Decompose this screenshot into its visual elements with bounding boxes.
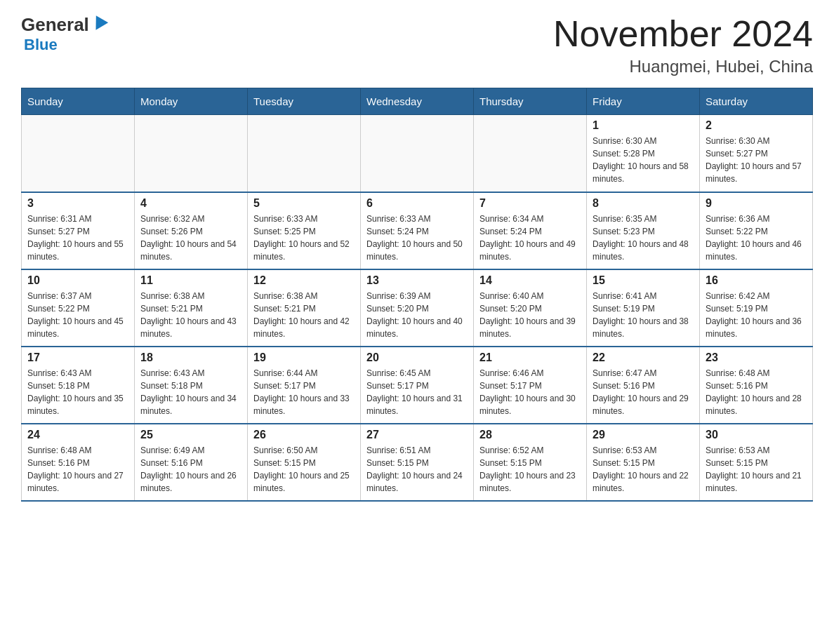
day-number: 24 [27,429,128,441]
calendar-cell: 30 Sunrise: 6:53 AMSunset: 5:15 PMDaylig… [700,424,813,501]
calendar-cell: 16 Sunrise: 6:42 AMSunset: 5:19 PMDaylig… [700,269,813,347]
calendar-cell [361,115,474,192]
header-day-friday: Friday [587,88,700,115]
calendar-cell [22,115,135,192]
logo-text: General [21,14,106,36]
calendar-cell: 19 Sunrise: 6:44 AMSunset: 5:17 PMDaylig… [248,347,361,424]
logo: General Blue [21,14,106,54]
day-number: 21 [479,351,581,364]
header-day-tuesday: Tuesday [248,88,361,115]
day-info: Sunrise: 6:50 AMSunset: 5:15 PMDaylight:… [253,444,355,495]
calendar-cell: 11 Sunrise: 6:38 AMSunset: 5:21 PMDaylig… [135,269,248,347]
calendar-cell: 18 Sunrise: 6:43 AMSunset: 5:18 PMDaylig… [135,347,248,424]
week-row-5: 24 Sunrise: 6:48 AMSunset: 5:16 PMDaylig… [22,424,813,501]
week-row-1: 1 Sunrise: 6:30 AMSunset: 5:28 PMDayligh… [22,115,813,192]
day-info: Sunrise: 6:40 AMSunset: 5:20 PMDaylight:… [479,290,581,340]
week-row-3: 10 Sunrise: 6:37 AMSunset: 5:22 PMDaylig… [22,269,813,347]
calendar-cell: 3 Sunrise: 6:31 AMSunset: 5:27 PMDayligh… [22,192,135,269]
day-number: 5 [253,197,355,210]
day-info: Sunrise: 6:41 AMSunset: 5:19 PMDaylight:… [593,290,694,340]
calendar-cell: 23 Sunrise: 6:48 AMSunset: 5:16 PMDaylig… [700,347,813,424]
calendar-cell: 5 Sunrise: 6:33 AMSunset: 5:25 PMDayligh… [248,192,361,269]
calendar-cell: 21 Sunrise: 6:46 AMSunset: 5:17 PMDaylig… [474,347,587,424]
day-number: 23 [706,351,807,364]
calendar-cell: 13 Sunrise: 6:39 AMSunset: 5:20 PMDaylig… [361,269,474,347]
day-info: Sunrise: 6:53 AMSunset: 5:15 PMDaylight:… [593,444,694,495]
day-number: 16 [706,274,807,287]
calendar-cell: 12 Sunrise: 6:38 AMSunset: 5:21 PMDaylig… [248,269,361,347]
calendar-cell: 7 Sunrise: 6:34 AMSunset: 5:24 PMDayligh… [474,192,587,269]
calendar-cell: 4 Sunrise: 6:32 AMSunset: 5:26 PMDayligh… [135,192,248,269]
day-info: Sunrise: 6:46 AMSunset: 5:17 PMDaylight:… [479,367,581,417]
day-number: 20 [366,351,468,364]
day-number: 30 [706,429,807,441]
day-info: Sunrise: 6:32 AMSunset: 5:26 PMDaylight:… [140,213,241,263]
calendar-cell: 6 Sunrise: 6:33 AMSunset: 5:24 PMDayligh… [361,192,474,269]
header-day-monday: Monday [135,88,248,115]
day-info: Sunrise: 6:48 AMSunset: 5:16 PMDaylight:… [706,367,807,417]
calendar-cell: 8 Sunrise: 6:35 AMSunset: 5:23 PMDayligh… [587,192,700,269]
day-info: Sunrise: 6:52 AMSunset: 5:15 PMDaylight:… [479,444,581,495]
logo-triangle-icon [90,15,108,34]
day-info: Sunrise: 6:35 AMSunset: 5:23 PMDaylight:… [593,213,694,263]
day-number: 4 [140,197,241,210]
calendar-cell: 24 Sunrise: 6:48 AMSunset: 5:16 PMDaylig… [22,424,135,501]
calendar-cell: 22 Sunrise: 6:47 AMSunset: 5:16 PMDaylig… [587,347,700,424]
week-row-4: 17 Sunrise: 6:43 AMSunset: 5:18 PMDaylig… [22,347,813,424]
week-row-2: 3 Sunrise: 6:31 AMSunset: 5:27 PMDayligh… [22,192,813,269]
day-info: Sunrise: 6:33 AMSunset: 5:24 PMDaylight:… [366,213,468,263]
day-info: Sunrise: 6:43 AMSunset: 5:18 PMDaylight:… [140,367,241,417]
day-number: 28 [479,429,581,441]
header-day-saturday: Saturday [700,88,813,115]
day-info: Sunrise: 6:39 AMSunset: 5:20 PMDaylight:… [366,290,468,340]
day-info: Sunrise: 6:42 AMSunset: 5:19 PMDaylight:… [706,290,807,340]
calendar-cell: 10 Sunrise: 6:37 AMSunset: 5:22 PMDaylig… [22,269,135,347]
day-info: Sunrise: 6:38 AMSunset: 5:21 PMDaylight:… [253,290,355,340]
calendar-table: SundayMondayTuesdayWednesdayThursdayFrid… [21,88,813,502]
calendar-cell: 1 Sunrise: 6:30 AMSunset: 5:28 PMDayligh… [587,115,700,192]
day-number: 14 [479,274,581,287]
day-number: 8 [593,197,694,210]
day-info: Sunrise: 6:36 AMSunset: 5:22 PMDaylight:… [706,213,807,263]
day-number: 9 [706,197,807,210]
day-number: 1 [593,119,694,132]
calendar-subtitle: Huangmei, Hubei, China [553,57,813,76]
day-number: 19 [253,351,355,364]
day-number: 27 [366,429,468,441]
day-number: 11 [140,274,241,287]
calendar-cell: 14 Sunrise: 6:40 AMSunset: 5:20 PMDaylig… [474,269,587,347]
day-number: 17 [27,351,128,364]
day-info: Sunrise: 6:49 AMSunset: 5:16 PMDaylight:… [140,444,241,495]
day-info: Sunrise: 6:33 AMSunset: 5:25 PMDaylight:… [253,213,355,263]
day-number: 26 [253,429,355,441]
day-number: 13 [366,274,468,287]
day-info: Sunrise: 6:47 AMSunset: 5:16 PMDaylight:… [593,367,694,417]
day-info: Sunrise: 6:37 AMSunset: 5:22 PMDaylight:… [27,290,128,340]
calendar-header: SundayMondayTuesdayWednesdayThursdayFrid… [22,88,813,115]
calendar-cell: 28 Sunrise: 6:52 AMSunset: 5:15 PMDaylig… [474,424,587,501]
day-number: 6 [366,197,468,210]
logo-general: General [21,14,89,36]
day-number: 12 [253,274,355,287]
day-number: 7 [479,197,581,210]
calendar-cell [474,115,587,192]
calendar-cell: 26 Sunrise: 6:50 AMSunset: 5:15 PMDaylig… [248,424,361,501]
page-header: General Blue November 2024 Huangmei, Hub… [21,14,813,76]
day-number: 22 [593,351,694,364]
day-number: 15 [593,274,694,287]
day-info: Sunrise: 6:30 AMSunset: 5:27 PMDaylight:… [706,135,807,185]
calendar-cell: 25 Sunrise: 6:49 AMSunset: 5:16 PMDaylig… [135,424,248,501]
calendar-cell: 20 Sunrise: 6:45 AMSunset: 5:17 PMDaylig… [361,347,474,424]
calendar-title: November 2024 [553,14,813,54]
day-number: 3 [27,197,128,210]
calendar-cell: 2 Sunrise: 6:30 AMSunset: 5:27 PMDayligh… [700,115,813,192]
header-day-sunday: Sunday [22,88,135,115]
logo-blue: Blue [24,36,58,54]
calendar-cell: 9 Sunrise: 6:36 AMSunset: 5:22 PMDayligh… [700,192,813,269]
calendar-cell [248,115,361,192]
day-info: Sunrise: 6:31 AMSunset: 5:27 PMDaylight:… [27,213,128,263]
calendar-cell: 15 Sunrise: 6:41 AMSunset: 5:19 PMDaylig… [587,269,700,347]
day-number: 2 [706,119,807,132]
header-day-wednesday: Wednesday [361,88,474,115]
header-day-thursday: Thursday [474,88,587,115]
